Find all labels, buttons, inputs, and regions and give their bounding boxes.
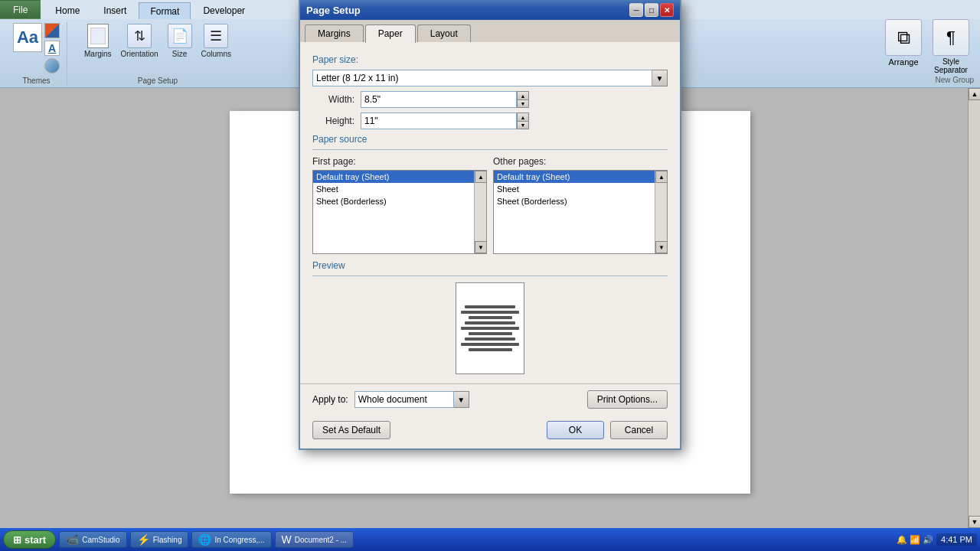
height-input[interactable] [361, 112, 517, 129]
taskbar-item-camstudio[interactable]: 📹 CamStudio [59, 531, 126, 548]
dialog-footer: Set As Default OK Cancel [300, 415, 680, 448]
other-page-item-0[interactable]: Default tray (Sheet) [494, 171, 667, 183]
taskbar-item-flashing[interactable]: ⚡ Flashing [130, 531, 189, 548]
height-spin-up[interactable]: ▲ [517, 112, 529, 121]
other-pages-scrollbar[interactable]: ▲ ▼ [655, 171, 667, 253]
tab-margins[interactable]: Margins [305, 24, 364, 42]
dialog-bottom: Apply to: Whole document This section Th… [300, 383, 680, 415]
paper-source-section-label: Paper source [312, 134, 668, 145]
ok-button[interactable]: OK [547, 421, 604, 439]
camstudio-icon: 📹 [66, 533, 79, 546]
first-page-item-1[interactable]: Sheet [313, 183, 486, 195]
flashing-icon: ⚡ [137, 533, 150, 546]
width-label: Width: [312, 94, 354, 105]
taskbar-right: 🔔 📶 🔊 4:41 PM [897, 533, 977, 546]
paper-source-row: First page: Default tray (Sheet) Sheet S… [312, 156, 668, 254]
other-page-item-2[interactable]: Sheet (Borderless) [494, 195, 667, 207]
minimize-button[interactable]: ─ [629, 3, 643, 17]
cancel-button[interactable]: Cancel [610, 421, 668, 439]
other-pages-col: Other pages: Default tray (Sheet) Sheet … [493, 156, 668, 254]
paper-size-dropdown-btn[interactable]: ▼ [652, 70, 668, 86]
preview-box [456, 282, 524, 374]
height-spin-down[interactable]: ▼ [517, 121, 529, 129]
paper-size-row: Letter (8 1/2 x 11 in) A4 Legal ▼ [312, 70, 668, 86]
maximize-button[interactable]: □ [645, 3, 658, 17]
dialog-overlay: Page Setup ─ □ ✕ Margins Paper Layout Pa… [0, 0, 980, 528]
first-page-scroll-up[interactable]: ▲ [475, 171, 487, 183]
taskbar-item-browser[interactable]: 🌐 In Congress,... [191, 531, 271, 548]
apply-to-row: Apply to: Whole document This section Th… [312, 391, 469, 408]
clock: 4:41 PM [936, 533, 977, 546]
other-pages-scroll-down[interactable]: ▼ [655, 241, 668, 253]
first-page-item-0[interactable]: Default tray (Sheet) [313, 171, 486, 183]
first-page-scroll-down[interactable]: ▼ [475, 241, 487, 253]
dialog-body: Paper size: Letter (8 1/2 x 11 in) A4 Le… [300, 42, 680, 383]
word-icon: W [282, 533, 292, 546]
first-page-item-2[interactable]: Sheet (Borderless) [313, 195, 486, 207]
apply-to-select[interactable]: Whole document This section This point f… [354, 391, 454, 408]
dialog-title: Page Setup [306, 5, 361, 16]
tab-layout[interactable]: Layout [417, 24, 471, 42]
first-page-col: First page: Default tray (Sheet) Sheet S… [312, 156, 487, 254]
paper-size-section-label: Paper size: [312, 54, 668, 65]
first-page-scrollbar[interactable]: ▲ ▼ [474, 171, 486, 253]
width-spin-down[interactable]: ▼ [517, 99, 529, 108]
other-pages-label: Other pages: [493, 156, 668, 167]
footer-ok-cancel: OK Cancel [547, 421, 668, 439]
height-label: Height: [312, 116, 354, 126]
width-row: Width: ▲ ▼ [312, 91, 668, 108]
preview-section: Preview [312, 260, 668, 374]
windows-logo-icon: ⊞ [13, 534, 21, 546]
browser-icon: 🌐 [198, 533, 211, 546]
first-page-label: First page: [312, 156, 487, 167]
titlebar-buttons: ─ □ ✕ [629, 3, 674, 17]
systray-icons: 🔔 📶 🔊 [897, 535, 933, 545]
taskbar: ⊞ start 📹 CamStudio ⚡ Flashing 🌐 In Cong… [0, 528, 980, 551]
start-button[interactable]: ⊞ start [3, 530, 56, 549]
first-page-listbox[interactable]: Default tray (Sheet) Sheet Sheet (Border… [312, 170, 487, 254]
page-setup-dialog: Page Setup ─ □ ✕ Margins Paper Layout Pa… [299, 0, 681, 450]
dialog-tabs: Margins Paper Layout [300, 20, 680, 42]
other-pages-scroll-up[interactable]: ▲ [655, 171, 668, 183]
apply-to-dropdown-btn[interactable]: ▼ [454, 391, 469, 408]
other-pages-listbox[interactable]: Default tray (Sheet) Sheet Sheet (Border… [493, 170, 668, 254]
preview-label: Preview [312, 260, 668, 271]
width-spin-up[interactable]: ▲ [517, 91, 529, 99]
other-page-item-1[interactable]: Sheet [494, 183, 667, 195]
width-input[interactable] [361, 91, 517, 108]
taskbar-item-word[interactable]: W Document2 - ... [275, 531, 354, 548]
tab-paper[interactable]: Paper [365, 24, 416, 43]
dialog-titlebar: Page Setup ─ □ ✕ [300, 0, 680, 20]
apply-to-label: Apply to: [312, 394, 348, 405]
print-options-button[interactable]: Print Options... [587, 390, 668, 409]
paper-size-select[interactable]: Letter (8 1/2 x 11 in) A4 Legal [312, 70, 652, 86]
close-button[interactable]: ✕ [660, 3, 674, 17]
height-row: Height: ▲ ▼ [312, 112, 668, 129]
set-as-default-button[interactable]: Set As Default [312, 421, 390, 439]
